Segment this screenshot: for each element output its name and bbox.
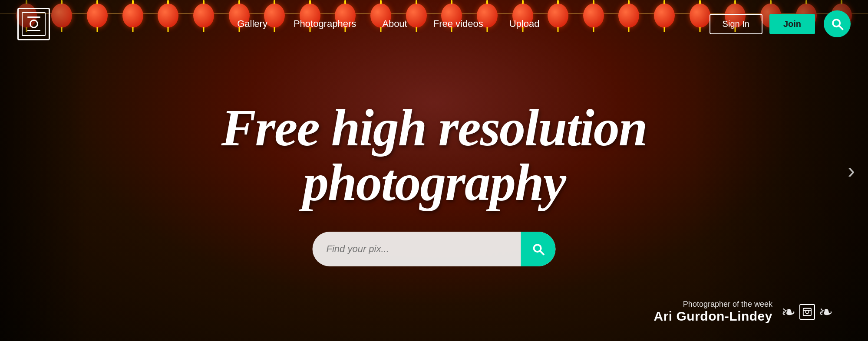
hero-title-line2: photography (303, 154, 565, 211)
svg-rect-4 (803, 308, 811, 315)
next-slide-button[interactable]: › (848, 158, 855, 183)
award-icon: ❧ ❧ (781, 302, 833, 322)
logo-inner (22, 12, 46, 36)
navbar: Gallery Photographers About Free videos … (0, 0, 868, 48)
search-icon (532, 243, 545, 256)
hero-title-line1: Free high resolution (221, 99, 647, 157)
svg-line-1 (839, 26, 842, 29)
svg-point-5 (805, 310, 809, 313)
hero-content: Free high resolution photography (0, 101, 868, 266)
logo-line (27, 30, 40, 31)
join-button[interactable]: Join (769, 14, 815, 34)
logo-circle (30, 20, 38, 28)
hero-title: Free high resolution photography (0, 101, 868, 210)
photographer-label: Photographer of the week (654, 300, 773, 309)
nav-links: Gallery Photographers About Free videos … (76, 14, 701, 34)
svg-line-3 (540, 251, 544, 254)
search-submit-button[interactable] (521, 232, 556, 266)
logo-icon (17, 8, 50, 40)
logo-line (27, 16, 40, 18)
hero-section: Gallery Photographers About Free videos … (0, 0, 868, 341)
logo[interactable] (17, 8, 50, 40)
laurel-right-icon: ❧ (818, 302, 833, 322)
nav-link-about[interactable]: About (369, 14, 420, 34)
logo-lines (27, 16, 40, 31)
search-bar-container (0, 232, 868, 266)
photographer-info: Photographer of the week Ari Gurdon-Lind… (654, 300, 773, 324)
search-bar (313, 232, 556, 266)
nav-search-icon (831, 17, 844, 30)
nav-search-button[interactable] (824, 10, 851, 37)
laurel-left-icon: ❧ (781, 302, 796, 322)
photographer-name: Ari Gurdon-Lindey (654, 309, 773, 324)
award-logo-icon (799, 304, 815, 320)
nav-link-free-videos[interactable]: Free videos (420, 14, 496, 34)
signin-button[interactable]: Sign In (710, 14, 762, 34)
search-input[interactable] (327, 243, 521, 255)
nav-link-upload[interactable]: Upload (496, 14, 553, 34)
nav-auth: Sign In Join (710, 14, 815, 34)
nav-link-gallery[interactable]: Gallery (224, 14, 281, 34)
photographer-of-week: Photographer of the week Ari Gurdon-Lind… (654, 300, 834, 324)
nav-link-photographers[interactable]: Photographers (281, 14, 369, 34)
